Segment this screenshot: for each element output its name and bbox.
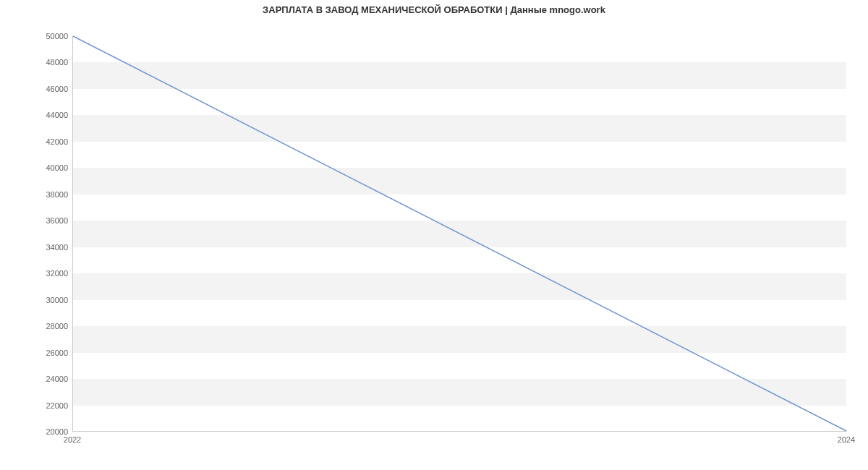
y-tick-label: 40000 <box>0 163 68 172</box>
x-tick-label: 2024 <box>838 435 855 444</box>
y-tick-label: 26000 <box>0 349 68 357</box>
x-tick-label: 2022 <box>64 435 81 444</box>
y-tick-label: 30000 <box>0 296 68 304</box>
line-series <box>73 36 846 431</box>
y-tick-label: 28000 <box>0 322 68 330</box>
plot-area <box>72 36 846 432</box>
y-tick-label: 34000 <box>0 243 68 252</box>
y-tick-label: 20000 <box>0 427 68 436</box>
y-tick-label: 22000 <box>0 401 68 410</box>
chart-title: ЗАРПЛАТА В ЗАВОД МЕХАНИЧЕСКОЙ ОБРАБОТКИ … <box>0 4 868 15</box>
series-line <box>73 36 846 431</box>
y-tick-label: 32000 <box>0 269 68 278</box>
y-tick-label: 24000 <box>0 375 68 383</box>
y-tick-label: 42000 <box>0 137 68 146</box>
y-tick-label: 44000 <box>0 111 68 119</box>
y-tick-label: 48000 <box>0 58 68 67</box>
y-tick-label: 50000 <box>0 32 68 40</box>
chart-container: ЗАРПЛАТА В ЗАВОД МЕХАНИЧЕСКОЙ ОБРАБОТКИ … <box>0 0 868 470</box>
y-tick-label: 36000 <box>0 216 68 225</box>
y-tick-label: 38000 <box>0 190 68 199</box>
y-tick-label: 46000 <box>0 85 68 93</box>
